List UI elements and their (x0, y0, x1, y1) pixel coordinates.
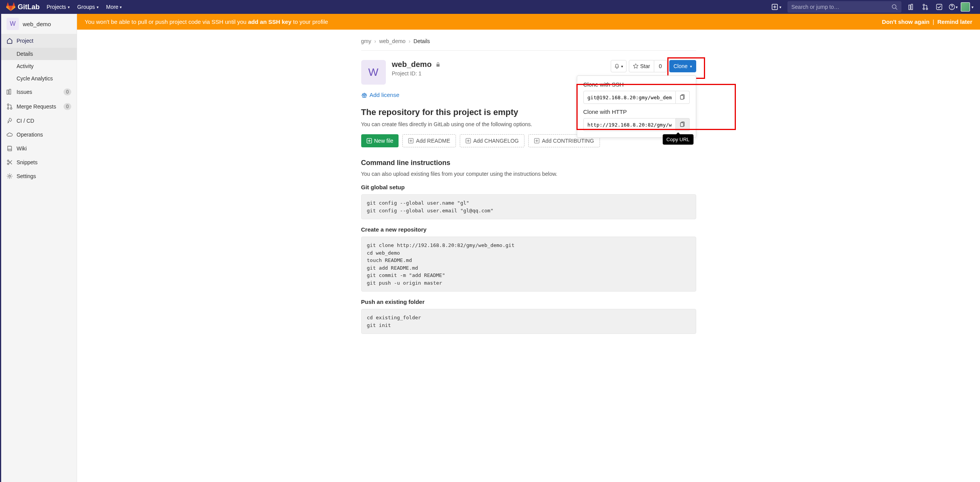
sidebar-sub-cycle-analytics[interactable]: Cycle Analytics (1, 72, 77, 85)
crumb-project[interactable]: web_demo (379, 38, 406, 44)
new-menu[interactable]: ▾ (769, 4, 784, 10)
banner-message: You won't be able to pull or push projec… (85, 18, 882, 25)
git-setup-code[interactable]: git config --global user.name "gl" git c… (361, 194, 696, 219)
add-changelog-button[interactable]: Add CHANGELOG (460, 134, 524, 147)
svg-point-5 (923, 8, 925, 10)
bell-icon (614, 63, 620, 69)
svg-rect-10 (7, 90, 8, 94)
svg-point-12 (7, 104, 9, 105)
banner-remind-later[interactable]: Remind later (937, 18, 972, 25)
star-button-group: Star 0 (629, 60, 667, 72)
cli-heading: Command line instructions (361, 159, 696, 167)
sidebar-item-settings[interactable]: Settings (1, 169, 77, 183)
banner-dismiss[interactable]: Don't show again (882, 18, 930, 25)
push-folder-heading: Push an existing folder (361, 299, 696, 305)
issues-shortcut[interactable] (905, 0, 918, 14)
notification-button[interactable]: ▾ (611, 60, 627, 72)
svg-rect-7 (936, 4, 942, 10)
merge-requests-shortcut[interactable] (918, 0, 932, 14)
chevron-down-icon: ▾ (97, 5, 99, 9)
cli-subtext: You can also upload existing files from … (361, 171, 696, 177)
rocket-icon (7, 118, 13, 124)
chevron-down-icon: ▾ (972, 5, 973, 9)
lock-icon (436, 62, 441, 68)
plus-square-icon (466, 138, 471, 143)
svg-rect-19 (680, 95, 683, 99)
svg-point-14 (10, 108, 12, 109)
svg-point-1 (892, 5, 896, 8)
issues-icon (908, 4, 915, 10)
push-folder-code[interactable]: cd existing_folder git init (361, 309, 696, 334)
plus-square-icon (408, 138, 414, 143)
book-icon (7, 145, 13, 152)
chevron-right-icon: › (409, 38, 410, 44)
sidebar-item-cicd[interactable]: CI / CD (1, 114, 77, 128)
help-menu[interactable]: ▾ (946, 0, 960, 14)
create-repo-code[interactable]: git clone http://192.168.8.20:82/gmy/web… (361, 237, 696, 292)
project-actions: ▾ Star 0 Clone ▾ (611, 60, 696, 72)
tanuki-icon (6, 2, 15, 12)
copy-icon (679, 122, 685, 128)
sidebar-item-operations[interactable]: Operations (1, 128, 77, 142)
star-count: 0 (654, 60, 667, 72)
chevron-down-icon: ▾ (120, 5, 122, 9)
svg-point-6 (926, 8, 928, 10)
nav-groups[interactable]: Groups▾ (74, 0, 102, 14)
svg-point-9 (952, 8, 952, 9)
user-avatar (961, 2, 970, 12)
content-area: You won't be able to pull or push projec… (77, 14, 980, 482)
sidebar-item-wiki[interactable]: Wiki (1, 142, 77, 155)
todo-icon (936, 4, 942, 10)
brand-text: GitLab (18, 3, 40, 11)
sidebar-item-merge-requests[interactable]: Merge Requests 0 (1, 99, 77, 114)
nav-more[interactable]: More▾ (102, 0, 126, 14)
clone-ssh-label: Clone with SSH (583, 81, 690, 88)
clone-ssh-input[interactable] (583, 91, 676, 104)
sidebar-sub-details[interactable]: Details (1, 48, 77, 60)
copy-url-tooltip: Copy URL (663, 134, 694, 145)
project-header: W web_demo Project ID: 1 ▾ (361, 51, 696, 89)
issues-icon (7, 89, 13, 95)
search-input[interactable] (791, 4, 891, 10)
todos-shortcut[interactable] (932, 0, 946, 14)
sidebar-item-snippets[interactable]: Snippets (1, 155, 77, 169)
search-icon (891, 4, 898, 10)
home-icon (7, 38, 13, 44)
svg-point-16 (7, 163, 9, 165)
sidebar-item-issues[interactable]: Issues 0 (1, 85, 77, 99)
plus-square-icon (367, 138, 372, 143)
svg-rect-20 (680, 123, 683, 127)
user-menu[interactable]: ▾ (960, 0, 974, 14)
copy-icon (679, 94, 685, 100)
git-setup-heading: Git global setup (361, 184, 696, 190)
chevron-down-icon: ▾ (690, 64, 692, 68)
copy-ssh-button[interactable] (676, 91, 690, 104)
global-search[interactable] (787, 1, 901, 13)
chevron-down-icon: ▾ (956, 5, 958, 9)
sidebar-item-project[interactable]: Project (1, 34, 77, 48)
gitlab-logo[interactable]: GitLab (6, 2, 40, 12)
svg-rect-2 (909, 5, 910, 10)
add-readme-button[interactable]: Add README (402, 134, 456, 147)
ssh-key-banner: You won't be able to pull or push projec… (77, 14, 980, 30)
gear-icon (7, 173, 13, 179)
copy-http-button[interactable] (676, 118, 690, 131)
nav-projects[interactable]: Projects▾ (43, 0, 74, 14)
add-ssh-key-link[interactable]: add an SSH key (248, 18, 291, 25)
merge-request-icon (922, 4, 928, 10)
new-file-button[interactable]: New file (361, 134, 399, 147)
project-name-small: web_demo (23, 21, 51, 27)
scissors-icon (7, 159, 13, 165)
sidebar-sub-activity[interactable]: Activity (1, 60, 77, 72)
sidebar-context[interactable]: W web_demo (1, 14, 77, 34)
svg-rect-11 (9, 89, 11, 94)
star-icon (633, 63, 638, 69)
chevron-down-icon: ▾ (621, 64, 623, 68)
chevron-down-icon: ▾ (68, 5, 70, 9)
star-button[interactable]: Star (629, 60, 654, 72)
crumb-namespace[interactable]: gmy (361, 38, 371, 44)
clone-http-input[interactable] (583, 118, 676, 131)
plus-square-icon (772, 4, 778, 10)
svg-point-15 (7, 160, 9, 162)
clone-button[interactable]: Clone ▾ (669, 60, 696, 72)
